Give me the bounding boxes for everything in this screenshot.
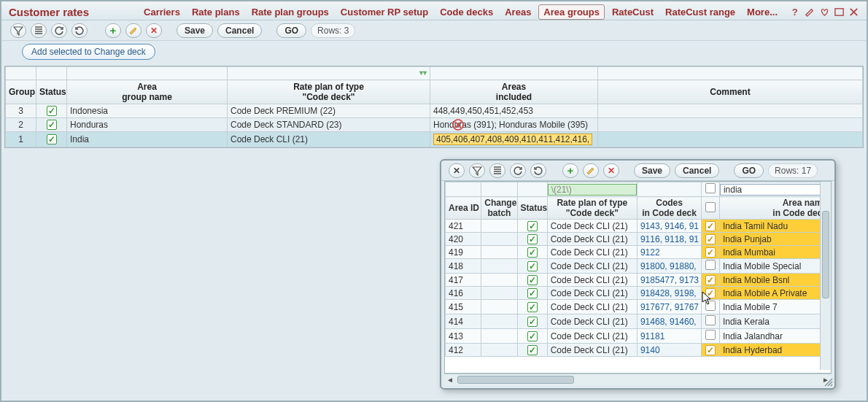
cell-select[interactable]	[702, 300, 720, 314]
cell-select[interactable]	[702, 233, 720, 246]
cell-codes[interactable]: 9122	[637, 246, 701, 259]
popup-go-button[interactable]: GO	[734, 163, 764, 178]
refresh-cw-icon[interactable]	[71, 23, 88, 38]
nav-ratecust-range[interactable]: RateCust range	[661, 5, 740, 19]
select-checkbox-icon[interactable]	[705, 288, 716, 298]
table-row[interactable]: 416Code Deck CLI (21)918428, 9198,India …	[446, 287, 831, 300]
cell-select[interactable]	[702, 259, 720, 274]
scroll-left-icon[interactable]: ◄	[445, 375, 455, 384]
pcol-select[interactable]	[702, 197, 720, 220]
nav-customer-rp-setup[interactable]: Customer RP setup	[336, 5, 433, 19]
table-row[interactable]: 2HondurasCode Deck STANDARD (23)Honduras…	[6, 118, 863, 132]
table-row[interactable]: 412Code Deck CLI (21)9140India Hyderbad	[446, 344, 831, 357]
table-row[interactable]: 414Code Deck CLI (21)91468, 91460,India …	[446, 314, 831, 329]
filter-areas[interactable]	[430, 67, 598, 80]
pfilter-codes[interactable]	[637, 182, 701, 197]
status-checkbox-icon[interactable]	[527, 331, 538, 341]
cell-status[interactable]	[517, 314, 547, 329]
popup-cancel-button[interactable]: Cancel	[675, 163, 719, 178]
save-button[interactable]: Save	[177, 23, 213, 38]
cell-select[interactable]	[702, 274, 720, 287]
filter-rate-plan[interactable]: ▾▾	[228, 67, 430, 80]
cell-codes[interactable]: 918428, 9198,	[637, 287, 701, 300]
close-icon[interactable]	[848, 6, 859, 18]
help-icon[interactable]: ?	[789, 6, 801, 18]
cell-codes[interactable]: 9185477, 9173	[637, 274, 701, 287]
cell-status[interactable]	[36, 104, 67, 118]
cell-codes[interactable]: 91468, 91460,	[637, 314, 701, 329]
cell-select[interactable]	[702, 246, 720, 259]
pfilter-change-batch[interactable]	[481, 182, 517, 197]
refresh-ccw-icon[interactable]	[51, 23, 67, 38]
delete-row-button[interactable]: ✕	[146, 23, 162, 38]
popup-close-button[interactable]: ✕	[449, 163, 465, 178]
status-checkbox-icon[interactable]	[527, 261, 538, 271]
table-row[interactable]: 1IndiaCode Deck CLI (21)405,406,407,408,…	[6, 132, 863, 147]
select-checkbox-icon[interactable]	[705, 260, 716, 270]
table-row[interactable]: 413Code Deck CLI (21)91181India Jalandha…	[446, 329, 831, 344]
columns-icon[interactable]	[31, 23, 47, 38]
popup-hscroll[interactable]: ◄ ►	[444, 374, 832, 385]
cell-select[interactable]	[702, 344, 720, 357]
edit-row-button[interactable]	[125, 23, 142, 38]
status-checkbox-icon[interactable]	[527, 234, 538, 244]
cell-areas[interactable]: Honduras (391); Honduras Mobile (395)	[430, 118, 598, 132]
select-checkbox-icon[interactable]	[705, 330, 716, 340]
table-row[interactable]: 420Code Deck CLI (21)9116, 9118, 91India…	[446, 233, 831, 246]
table-row[interactable]: 3IndonesiaCode Deck PREMIUM (22)448,449,…	[6, 104, 863, 118]
cell-status[interactable]	[517, 259, 547, 274]
cell-codes[interactable]: 91800, 91880,	[637, 259, 701, 274]
resize-grip-icon[interactable]	[823, 376, 833, 387]
nav-areas[interactable]: Areas	[500, 5, 535, 19]
pfilter-status[interactable]	[517, 182, 547, 197]
popup-add-button[interactable]: +	[562, 163, 578, 178]
cell-codes[interactable]: 9140	[637, 344, 701, 357]
pfilter-area-id[interactable]	[446, 182, 481, 197]
cell-status[interactable]	[517, 233, 547, 246]
cell-codes[interactable]: 9116, 9118, 91	[637, 233, 701, 246]
nav-area-groups[interactable]: Area groups	[538, 4, 605, 20]
popup-edit-button[interactable]	[583, 163, 599, 178]
cell-areas[interactable]: 448,449,450,451,452,453	[430, 104, 598, 118]
popup-vscroll[interactable]	[820, 182, 831, 370]
cell-select[interactable]	[702, 220, 720, 233]
pfilter-area-name[interactable]	[719, 182, 830, 197]
cell-status[interactable]	[517, 344, 547, 357]
filter-area-name[interactable]	[67, 67, 228, 80]
filter-comment[interactable]	[598, 67, 863, 80]
select-checkbox-icon[interactable]	[705, 247, 716, 258]
edit-icon[interactable]	[804, 6, 815, 18]
popup-refresh-ccw-icon[interactable]	[510, 163, 526, 178]
status-checkbox-icon[interactable]	[527, 345, 538, 355]
status-checkbox-icon[interactable]	[527, 275, 538, 285]
select-checkbox-icon[interactable]	[705, 315, 716, 325]
status-checkbox-icon[interactable]	[527, 302, 538, 312]
cell-select[interactable]	[702, 314, 720, 329]
nav-ratecust[interactable]: RateCust	[608, 5, 658, 19]
nav-more-[interactable]: More...	[743, 5, 782, 19]
cell-select[interactable]	[702, 329, 720, 344]
cell-codes[interactable]: 9143, 9146, 91	[637, 220, 701, 233]
cell-status[interactable]	[36, 118, 67, 132]
popup-save-button[interactable]: Save	[634, 163, 670, 178]
nav-code-decks[interactable]: Code decks	[435, 5, 497, 19]
go-button[interactable]: GO	[276, 23, 306, 38]
heart-icon[interactable]	[818, 6, 830, 18]
popup-filter-icon[interactable]	[469, 163, 485, 178]
table-row[interactable]: 421Code Deck CLI (21)9143, 9146, 91India…	[446, 220, 831, 233]
popup-refresh-cw-icon[interactable]	[530, 163, 546, 178]
filter-status[interactable]	[36, 67, 67, 80]
filter-group-id[interactable]	[6, 67, 36, 80]
cell-status[interactable]	[517, 329, 547, 344]
status-checkbox-icon[interactable]	[527, 288, 538, 298]
select-checkbox-icon[interactable]	[705, 275, 716, 285]
status-checkbox-icon[interactable]	[527, 221, 538, 231]
pfilter-select-all[interactable]	[702, 182, 720, 197]
status-checkbox-icon[interactable]	[47, 106, 57, 116]
cell-codes[interactable]: 917677, 91767	[637, 300, 701, 314]
popup-columns-icon[interactable]	[489, 163, 505, 178]
table-row[interactable]: 419Code Deck CLI (21)9122India Mumbai	[446, 246, 831, 259]
cell-select[interactable]	[702, 287, 720, 300]
cancel-button[interactable]: Cancel	[217, 23, 262, 38]
status-checkbox-icon[interactable]	[47, 120, 57, 130]
